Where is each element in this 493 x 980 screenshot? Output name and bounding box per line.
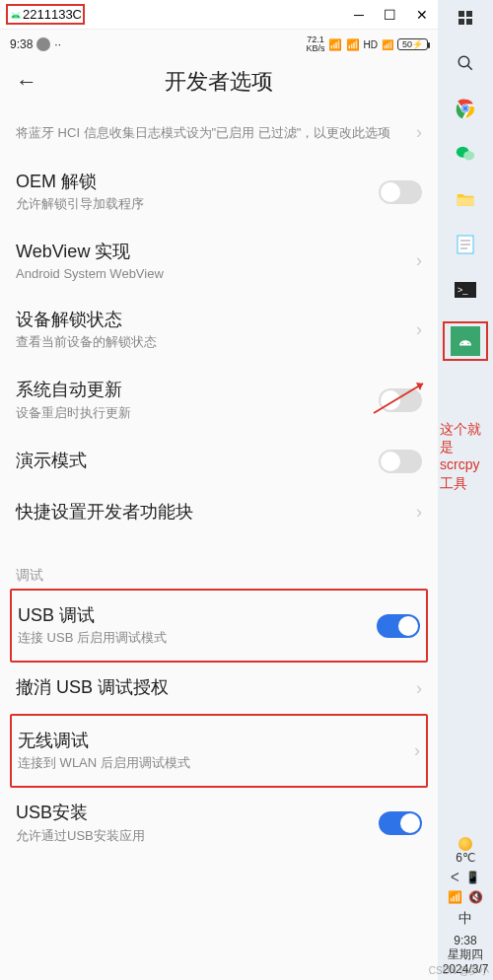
row-unlock-status[interactable]: 设备解锁状态 查看当前设备的解锁状态 ›	[16, 295, 422, 365]
row-autoupdate-sub: 设备重启时执行更新	[16, 404, 379, 422]
chevron-icon: ›	[416, 678, 422, 699]
battery-indicator: 50⚡	[397, 38, 428, 50]
row-revoke-usb[interactable]: 撤消 USB 调试授权 ›	[16, 663, 422, 713]
svg-rect-5	[466, 11, 472, 17]
svg-point-0	[13, 16, 14, 17]
svg-line-2	[13, 12, 14, 14]
minimize-button[interactable]: ─	[354, 7, 364, 23]
chevron-icon: ›	[416, 122, 422, 143]
row-wireless-title: 无线调试	[18, 730, 408, 752]
notepad-icon[interactable]	[452, 231, 479, 258]
page-title: 开发者选项	[37, 67, 400, 97]
system-tray: 6℃ ᐸ 📱 📶 🔇 中 9:38 星期四 2024/3/7	[438, 837, 493, 980]
auto-update-toggle[interactable]	[379, 388, 422, 412]
chevron-icon: ›	[416, 319, 422, 340]
row-unlock-sub: 查看当前设备的解锁状态	[16, 333, 410, 351]
tray-overflow-icon[interactable]: ᐸ	[451, 871, 459, 884]
usb-install-toggle[interactable]	[379, 811, 422, 835]
row-quick-title: 快捷设置开发者功能块	[16, 501, 410, 524]
chevron-icon: ›	[414, 740, 420, 761]
row-usb-install-sub: 允许通过USB安装应用	[16, 827, 379, 845]
section-debug: 调试	[16, 537, 422, 589]
watermark: CSDN @罗小	[429, 964, 489, 978]
hd-indicator: HD	[364, 39, 378, 50]
svg-point-13	[463, 106, 468, 111]
app-icon-highlight: 2211133C	[6, 4, 85, 25]
row-usb-debug-title: USB 调试	[18, 604, 377, 627]
row-oem-unlock[interactable]: OEM 解锁 允许解锁引导加载程序	[16, 157, 422, 227]
row-webview[interactable]: WebView 实现 Android System WebView ›	[16, 227, 422, 294]
row-demo-mode[interactable]: 演示模式	[16, 436, 422, 487]
row-webview-title: WebView 实现	[16, 241, 410, 263]
page-header: ← 开发者选项	[0, 59, 438, 108]
scrcpy-icon[interactable]	[451, 326, 480, 356]
search-icon[interactable]	[452, 49, 479, 77]
svg-text:>_: >_	[458, 285, 468, 295]
row-bt-hci[interactable]: 将蓝牙 HCI 信息收集日志模式设为"已启用 已过滤"，以更改此选项 ›	[16, 108, 422, 157]
usb-debug-toggle[interactable]	[377, 614, 420, 638]
svg-line-9	[467, 65, 472, 70]
window-titlebar: 2211133C ─ ☐ ✕	[0, 0, 438, 30]
taskview-icon[interactable]	[452, 4, 479, 32]
annotation-text: 这个就是 scrcpy工具	[440, 420, 489, 492]
chevron-icon: ›	[416, 502, 422, 523]
chrome-icon[interactable]	[452, 95, 479, 122]
row-wireless-debug[interactable]: 无线调试 连接到 WLAN 后启用调试模式 ›	[18, 722, 420, 780]
status-time: 9:38	[10, 37, 33, 51]
row-usb-debug[interactable]: USB 调试 连接 USB 后启用调试模式	[18, 596, 420, 655]
scrcpy-window: 2211133C ─ ☐ ✕ 9:38 ·· 72.1KB/s 📶 📶 HD 📶…	[0, 0, 438, 980]
svg-rect-4	[458, 11, 464, 17]
oem-unlock-toggle[interactable]	[379, 180, 422, 204]
maximize-button[interactable]: ☐	[384, 7, 396, 23]
row-oem-title: OEM 解锁	[16, 171, 379, 193]
status-app-icon	[36, 37, 50, 51]
svg-rect-16	[458, 197, 474, 205]
volume-icon[interactable]: 🔇	[468, 890, 483, 904]
wifi-tray-icon[interactable]: 📶	[448, 890, 462, 904]
back-button[interactable]: ←	[16, 69, 37, 95]
scrcpy-taskbar-highlight	[443, 321, 488, 361]
usb-debug-highlight: USB 调试 连接 USB 后启用调试模式	[10, 589, 428, 663]
explorer-icon[interactable]	[452, 185, 479, 213]
weather-icon	[458, 837, 472, 851]
window-controls: ─ ☐ ✕	[354, 7, 432, 23]
row-usb-debug-sub: 连接 USB 后启用调试模式	[18, 629, 377, 647]
row-auto-update[interactable]: 系统自动更新 设备重启时执行更新	[16, 365, 422, 435]
wireless-debug-highlight: 无线调试 连接到 WLAN 后启用调试模式 ›	[10, 714, 428, 788]
row-quick-tiles[interactable]: 快捷设置开发者功能块 ›	[16, 487, 422, 537]
ime-indicator[interactable]: 中	[458, 910, 472, 928]
svg-rect-7	[466, 19, 472, 25]
row-bt-hci-text: 将蓝牙 HCI 信息收集日志模式设为"已启用 已过滤"，以更改此选项	[16, 124, 410, 142]
phone-statusbar: 9:38 ·· 72.1KB/s 📶 📶 HD 📶 50⚡	[0, 30, 438, 59]
svg-point-24	[467, 343, 469, 345]
tray-phone-icon[interactable]: 📱	[465, 871, 480, 884]
row-unlock-title: 设备解锁状态	[16, 309, 410, 331]
status-dots: ··	[54, 37, 61, 51]
svg-line-3	[18, 12, 19, 14]
row-usb-install-title: USB安装	[16, 802, 379, 824]
wifi-icon: 📶	[382, 39, 393, 50]
row-demo-title: 演示模式	[16, 450, 379, 472]
svg-point-15	[463, 151, 474, 160]
demo-mode-toggle[interactable]	[379, 450, 422, 473]
close-button[interactable]: ✕	[416, 7, 428, 23]
wechat-icon[interactable]	[452, 140, 479, 168]
row-autoupdate-title: 系统自动更新	[16, 379, 379, 401]
svg-point-23	[461, 343, 463, 345]
row-webview-sub: Android System WebView	[16, 266, 410, 281]
svg-point-8	[458, 56, 469, 67]
window-title: 2211133C	[23, 7, 82, 22]
chevron-icon: ›	[416, 250, 422, 271]
row-oem-sub: 允许解锁引导加载程序	[16, 195, 379, 213]
svg-point-1	[18, 16, 19, 17]
data-rate: 72.1KB/s	[306, 35, 324, 53]
row-usb-install[interactable]: USB安装 允许通过USB安装应用	[16, 788, 422, 858]
row-wireless-sub: 连接到 WLAN 后启用调试模式	[18, 754, 408, 772]
svg-rect-6	[458, 19, 464, 25]
terminal-icon[interactable]: >_	[452, 276, 479, 304]
signal-icons: 📶 📶	[328, 38, 359, 51]
weather-widget[interactable]: 6℃	[456, 837, 475, 865]
temperature: 6℃	[456, 851, 475, 865]
row-revoke-title: 撤消 USB 调试授权	[16, 676, 410, 699]
